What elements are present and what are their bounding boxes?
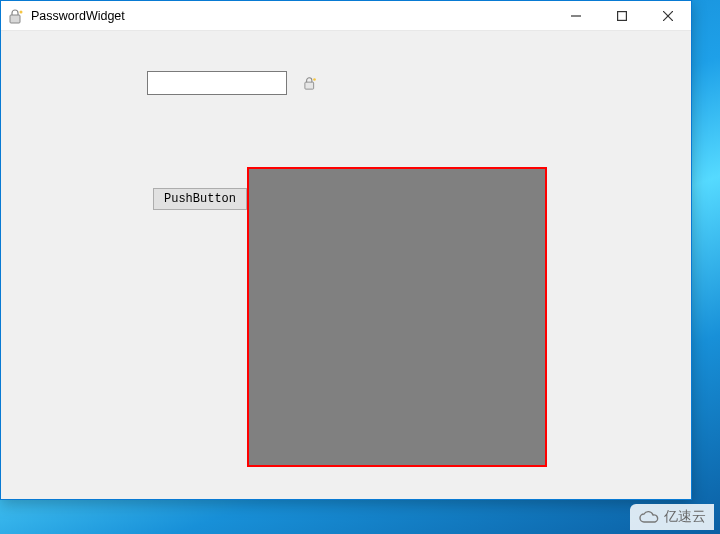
close-button[interactable]	[645, 1, 691, 31]
watermark: 亿速云	[630, 504, 714, 530]
password-input[interactable]	[152, 73, 302, 93]
push-button[interactable]: PushButton	[153, 188, 247, 210]
input-action-icon[interactable]	[302, 74, 320, 92]
application-window: PasswordWidget PushBut	[0, 0, 692, 500]
svg-rect-0	[10, 15, 20, 23]
svg-point-1	[20, 10, 23, 13]
svg-point-7	[313, 78, 316, 81]
password-input-wrap[interactable]	[147, 71, 287, 95]
client-area: PushButton	[1, 31, 691, 499]
window-title: PasswordWidget	[31, 9, 125, 23]
window-controls	[553, 1, 691, 30]
image-panel	[247, 167, 547, 467]
watermark-text: 亿速云	[664, 508, 706, 526]
svg-rect-6	[305, 82, 314, 89]
maximize-button[interactable]	[599, 1, 645, 31]
app-icon	[9, 8, 25, 24]
minimize-button[interactable]	[553, 1, 599, 31]
window-titlebar[interactable]: PasswordWidget	[1, 1, 691, 31]
cloud-icon	[638, 510, 660, 524]
svg-rect-3	[618, 12, 627, 21]
